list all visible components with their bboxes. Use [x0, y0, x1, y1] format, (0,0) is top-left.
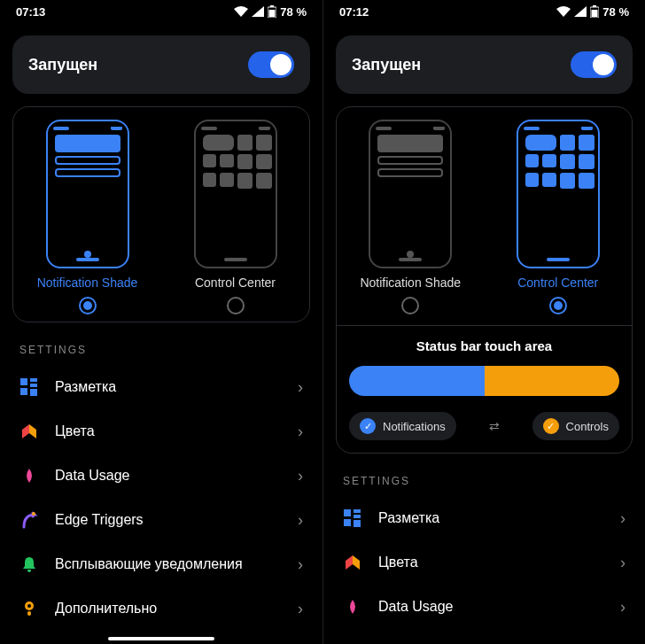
settings-list: Разметка › Цвета › Data Usage › Edge Tri…: [0, 365, 322, 631]
signal-icon: [252, 6, 264, 17]
option-label: Control Center: [195, 275, 276, 290]
settings-list: Разметка › Цвета › Data Usage ›: [323, 496, 645, 629]
style-chooser: Notification Shade Control Center: [12, 106, 310, 322]
status-time: 07:12: [339, 5, 369, 19]
preview-notification-shade: [46, 120, 129, 268]
svg-rect-18: [344, 519, 351, 526]
nav-bar-handle[interactable]: [108, 637, 214, 640]
chevron-right-icon: ›: [620, 554, 626, 572]
chevron-right-icon: ›: [620, 598, 626, 617]
preview-control-center: [194, 120, 277, 268]
option-control-center[interactable]: Control Center: [161, 120, 309, 314]
legend-label: Controls: [566, 420, 609, 433]
colors-icon: [19, 422, 39, 441]
item-label: Edge Triggers: [55, 512, 282, 528]
status-right: 78 %: [556, 5, 629, 19]
settings-item-colors[interactable]: Цвета ›: [323, 540, 645, 585]
check-icon: ✓: [543, 418, 559, 434]
svg-rect-5: [30, 384, 37, 387]
layout-icon: [343, 508, 362, 528]
item-label: Всплывающие уведомления: [55, 556, 282, 572]
preview-control-center: [517, 120, 600, 268]
option-notification-shade[interactable]: Notification Shade: [337, 120, 485, 314]
settings-item-data-usage[interactable]: Data Usage ›: [0, 454, 322, 498]
item-label: Data Usage: [55, 468, 282, 484]
radio-icon: [549, 297, 567, 314]
running-card: Запущен: [12, 35, 310, 94]
radio-icon: [401, 297, 419, 314]
data-usage-icon: [19, 466, 39, 485]
settings-item-data-usage[interactable]: Data Usage ›: [323, 585, 645, 629]
screenshot-right: 07:12 78 % Запущен: [322, 0, 645, 644]
item-label: Цвета: [378, 555, 604, 570]
extras-icon: [19, 599, 39, 618]
settings-item-extras[interactable]: Дополнительно ›: [0, 586, 322, 631]
option-label: Notification Shade: [37, 275, 138, 290]
settings-item-heads-up[interactable]: Всплывающие уведомления ›: [0, 542, 322, 586]
running-card: Запущен: [336, 35, 633, 94]
option-label: Notification Shade: [360, 275, 461, 290]
swap-icon[interactable]: ⇄: [489, 419, 500, 433]
status-right: 78 %: [234, 5, 307, 19]
style-chooser: Notification Shade Control Center: [336, 106, 633, 454]
chevron-right-icon: ›: [298, 555, 303, 574]
settings-heading: SETTINGS: [323, 454, 645, 496]
settings-item-layout[interactable]: Разметка ›: [323, 496, 645, 540]
legend-controls[interactable]: ✓ Controls: [532, 412, 619, 440]
item-label: Дополнительно: [55, 601, 282, 617]
wifi-icon: [234, 6, 248, 17]
option-control-center[interactable]: Control Center: [485, 120, 633, 314]
option-notification-shade[interactable]: Notification Shade: [13, 120, 161, 314]
svg-point-8: [32, 512, 35, 516]
chevron-right-icon: ›: [298, 511, 303, 530]
touch-bar-notifications: [349, 366, 485, 396]
touch-area-slider[interactable]: [349, 366, 619, 396]
preview-notification-shade: [369, 120, 452, 268]
chevron-right-icon: ›: [298, 378, 303, 397]
svg-rect-17: [354, 515, 361, 518]
screenshot-left: 07:13 78 % Запущен: [0, 0, 322, 644]
svg-rect-16: [354, 509, 361, 513]
battery-icon: [268, 5, 276, 18]
settings-item-layout[interactable]: Разметка ›: [0, 365, 322, 409]
radio-icon: [79, 297, 97, 314]
running-label: Запущен: [352, 56, 421, 74]
layout-icon: [19, 377, 39, 397]
status-time: 07:13: [16, 5, 45, 19]
running-toggle[interactable]: [248, 51, 294, 78]
wifi-icon: [556, 6, 571, 17]
running-label: Запущен: [28, 56, 97, 74]
svg-point-10: [27, 604, 31, 608]
item-label: Data Usage: [378, 599, 604, 615]
status-bar: 07:13 78 %: [0, 0, 322, 23]
svg-rect-14: [592, 10, 598, 17]
status-battery: 78 %: [280, 5, 307, 19]
check-icon: ✓: [360, 418, 376, 434]
running-toggle[interactable]: [571, 51, 617, 78]
status-battery: 78 %: [602, 5, 629, 19]
svg-rect-3: [20, 378, 27, 385]
svg-rect-15: [344, 509, 351, 516]
item-label: Цвета: [55, 423, 282, 439]
chevron-right-icon: ›: [298, 600, 303, 618]
settings-item-edge-triggers[interactable]: Edge Triggers ›: [0, 498, 322, 542]
edge-triggers-icon: [19, 510, 39, 530]
touch-area-section: Status bar touch area ✓ Notifications ⇄ …: [337, 325, 632, 446]
status-bar: 07:12 78 %: [323, 0, 645, 23]
touch-bar-controls: [485, 366, 620, 396]
settings-item-colors[interactable]: Цвета ›: [0, 409, 322, 454]
signal-icon: [574, 6, 587, 17]
item-label: Разметка: [378, 510, 604, 526]
svg-rect-6: [20, 388, 27, 395]
data-usage-icon: [343, 597, 362, 617]
legend-notifications[interactable]: ✓ Notifications: [349, 412, 456, 440]
chevron-right-icon: ›: [620, 509, 626, 528]
svg-rect-19: [354, 520, 361, 527]
legend-label: Notifications: [383, 420, 446, 433]
radio-icon: [227, 297, 245, 314]
bell-icon: [19, 555, 39, 574]
option-label: Control Center: [517, 275, 598, 290]
svg-rect-2: [269, 10, 276, 17]
battery-icon: [590, 5, 599, 18]
chevron-right-icon: ›: [298, 467, 303, 485]
